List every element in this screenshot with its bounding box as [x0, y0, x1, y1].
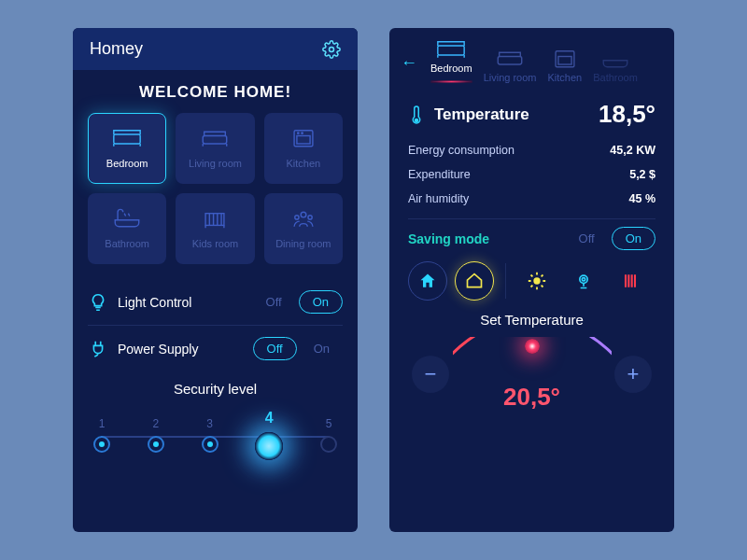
- control-label: Power Supply: [118, 342, 198, 357]
- saving-mode-label: Saving mode: [408, 231, 489, 246]
- temperature-label: Temperature: [434, 105, 529, 124]
- mode-house[interactable]: [455, 261, 494, 301]
- gear-icon[interactable]: [322, 40, 341, 59]
- people-icon: [288, 208, 319, 232]
- svg-point-15: [416, 119, 418, 121]
- welcome-title: WELCOME HOME!: [73, 83, 358, 102]
- sofa-icon: [199, 128, 231, 152]
- tab-label: Living room: [484, 72, 537, 83]
- room-living-room[interactable]: Living room: [176, 113, 254, 184]
- room-detail-screen: ← Bedroom Living room Kitchen Bathroom T…: [389, 28, 674, 532]
- security-step-4[interactable]: 4: [255, 410, 283, 460]
- room-bedroom[interactable]: Bedroom: [88, 113, 166, 184]
- toggle-off[interactable]: Off: [253, 337, 297, 360]
- room-kitchen[interactable]: Kitchen: [264, 113, 343, 184]
- security-step-2[interactable]: 2: [148, 417, 164, 453]
- control-label: Light Control: [118, 295, 191, 310]
- bulb-icon: [88, 292, 108, 313]
- stat-energy: Energy consumption45,2 KW: [408, 138, 655, 162]
- oven-icon: [288, 128, 319, 152]
- header: Homey: [73, 28, 358, 70]
- power-control-row: Power Supply Off On: [88, 325, 343, 371]
- svg-point-5: [297, 133, 298, 133]
- mode-radiator[interactable]: [611, 261, 650, 301]
- svg-point-18: [582, 278, 585, 281]
- svg-point-16: [533, 277, 540, 284]
- set-temp-controls: − 20,5° +: [389, 328, 674, 412]
- quick-controls: Light Control Off On Power Supply Off On: [73, 279, 358, 371]
- room-dining-room[interactable]: Dining room: [264, 193, 343, 264]
- light-control-row: Light Control Off On: [88, 279, 343, 325]
- room-kids-room[interactable]: Kids room: [176, 193, 254, 264]
- security-title: Security level: [88, 381, 343, 397]
- room-label: Bathroom: [105, 238, 149, 249]
- set-temp-value: 20,5°: [503, 383, 560, 412]
- tab-kitchen[interactable]: Kitchen: [548, 49, 583, 87]
- tab-label: Bathroom: [593, 72, 638, 83]
- room-label: Living room: [189, 158, 242, 169]
- temp-dial[interactable]: 20,5°: [453, 337, 612, 412]
- set-temp-title: Set Temperature: [389, 312, 674, 328]
- svg-point-9: [295, 216, 299, 219]
- temperature-section: Temperature 18,5° Energy consumption45,2…: [389, 87, 674, 250]
- bed-icon: [111, 128, 143, 152]
- svg-rect-2: [204, 135, 227, 143]
- room-bathroom[interactable]: Bathroom: [88, 193, 166, 264]
- room-label: Bedroom: [106, 158, 148, 169]
- temperature-value: 18,5°: [599, 100, 655, 129]
- security-step-1[interactable]: 1: [93, 417, 110, 453]
- security-step-5[interactable]: 5: [320, 417, 337, 453]
- toggle-on[interactable]: On: [612, 227, 655, 250]
- svg-point-10: [308, 216, 312, 219]
- toggle-off[interactable]: Off: [566, 228, 608, 249]
- mode-sun[interactable]: [517, 261, 557, 301]
- saving-mode-toggle[interactable]: Off On: [566, 227, 655, 250]
- svg-rect-14: [558, 56, 571, 63]
- room-label: Kitchen: [286, 158, 320, 169]
- mode-camera[interactable]: [564, 261, 603, 301]
- home-screen: Homey WELCOME HOME! Bedroom Living room …: [73, 28, 358, 532]
- room-tabs: ← Bedroom Living room Kitchen Bathroom: [389, 28, 674, 87]
- room-grid: Bedroom Living room Kitchen Bathroom Kid…: [73, 113, 358, 264]
- svg-rect-4: [297, 135, 310, 143]
- stat-expenditure: Expenditure5,2 $: [408, 162, 655, 187]
- room-label: Dining room: [275, 238, 331, 249]
- security-section: Security level 1 2 3 4 5: [73, 371, 358, 460]
- tab-bathroom[interactable]: Bathroom: [593, 49, 638, 87]
- tab-bedroom[interactable]: Bedroom: [430, 39, 472, 87]
- svg-point-6: [302, 133, 303, 133]
- toggle-off[interactable]: Off: [253, 291, 295, 313]
- crib-icon: [199, 208, 231, 232]
- room-label: Kids room: [192, 238, 239, 249]
- app-title: Homey: [90, 39, 143, 59]
- svg-point-8: [301, 212, 306, 217]
- plug-icon: [88, 339, 108, 359]
- svg-rect-1: [114, 134, 140, 144]
- sofa-icon: [494, 49, 526, 69]
- light-toggle[interactable]: Off On: [253, 290, 343, 314]
- bath-icon: [599, 49, 631, 69]
- security-step-3[interactable]: 3: [202, 417, 218, 453]
- thermometer-icon: [408, 104, 425, 126]
- svg-rect-11: [438, 46, 464, 55]
- stat-humidity: Air humidity45 %: [408, 187, 655, 211]
- mode-home[interactable]: [408, 261, 447, 301]
- security-steps: 1 2 3 4 5: [88, 410, 343, 460]
- dial-knob-icon[interactable]: [525, 339, 540, 354]
- tab-living-room[interactable]: Living room: [484, 49, 537, 87]
- temp-increase-button[interactable]: +: [614, 356, 652, 393]
- bath-icon: [111, 208, 143, 232]
- back-icon[interactable]: ←: [401, 53, 417, 73]
- toggle-on[interactable]: On: [299, 290, 343, 314]
- tab-label: Kitchen: [548, 72, 583, 83]
- power-toggle[interactable]: Off On: [253, 337, 343, 360]
- divider: [505, 263, 506, 299]
- toggle-on[interactable]: On: [301, 338, 343, 359]
- tab-label: Bedroom: [430, 63, 472, 74]
- svg-rect-12: [498, 56, 521, 63]
- mode-icons-row: [389, 250, 674, 306]
- bed-icon: [435, 39, 467, 60]
- oven-icon: [549, 49, 581, 69]
- temp-decrease-button[interactable]: −: [412, 356, 449, 393]
- svg-point-17: [580, 275, 587, 283]
